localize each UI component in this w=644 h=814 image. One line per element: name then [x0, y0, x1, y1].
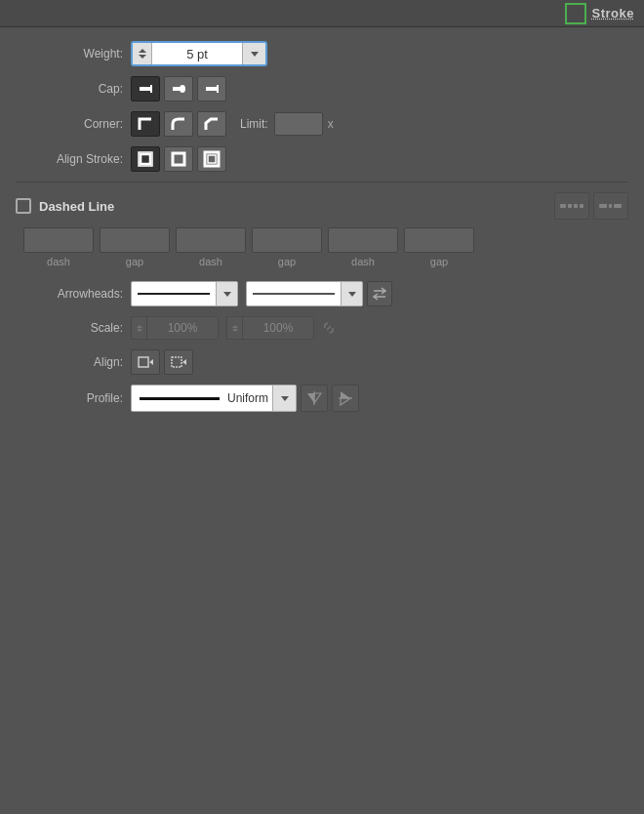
profile-flip-v-button[interactable] — [332, 385, 359, 412]
limit-label: Limit: — [240, 117, 268, 131]
flip-horizontal-icon — [306, 390, 322, 406]
corner-round-button[interactable] — [164, 111, 193, 137]
scale-value-2: 100% — [243, 321, 313, 335]
arrowhead-right-dropdown[interactable] — [246, 281, 363, 306]
profile-value: Uniform — [227, 391, 272, 405]
profile-line — [140, 397, 220, 400]
align-row: Align: — [16, 349, 628, 375]
link-broken-icon — [321, 320, 337, 336]
dashed-preset-1-button[interactable] — [554, 192, 589, 220]
cap-round-button[interactable] — [164, 76, 193, 102]
svg-marker-27 — [341, 398, 350, 405]
gap3-label: gap — [430, 256, 448, 267]
arrowhead-left-dropdown[interactable] — [131, 281, 238, 306]
link-scale-icon[interactable] — [318, 317, 340, 339]
align-stroke-inside-icon — [137, 150, 154, 168]
cap-round-icon — [170, 80, 187, 98]
scale-input-1-wrap[interactable]: 100% — [131, 316, 219, 340]
corner-miter-button[interactable] — [131, 111, 160, 137]
align-stroke-center-button[interactable] — [164, 146, 193, 172]
arrowhead-left-line — [138, 293, 210, 295]
cap-butt-button[interactable] — [131, 76, 160, 102]
chevron-down-icon — [251, 52, 259, 57]
dash1-label: dash — [47, 256, 70, 267]
svg-point-3 — [180, 85, 185, 93]
cap-row: Cap: — [16, 76, 628, 102]
svg-marker-22 — [182, 359, 186, 365]
chevron-down-icon — [348, 292, 356, 297]
scale-spinner-1[interactable] — [132, 317, 147, 339]
chevron-down-icon — [281, 396, 289, 401]
scale-down-icon-2 — [232, 329, 238, 332]
corner-round-icon — [170, 115, 187, 133]
dash3-input[interactable] — [328, 227, 398, 253]
dash2-input[interactable] — [176, 227, 246, 253]
svg-rect-5 — [217, 85, 219, 93]
dashed-preset-2-icon — [598, 199, 624, 213]
arrowheads-row: Arrowheads: — [16, 281, 628, 306]
flip-vertical-icon — [338, 390, 353, 406]
dashed-line-row: Dashed Line — [16, 192, 628, 220]
spinner-up-icon — [139, 49, 146, 53]
align-arrow-1-button[interactable] — [131, 349, 160, 375]
dashed-preset-1-icon — [559, 199, 584, 213]
weight-dropdown-arrow[interactable] — [242, 43, 265, 64]
arrowhead-right-chevron — [341, 282, 362, 305]
scale-down-icon — [137, 329, 142, 332]
svg-rect-12 — [568, 204, 572, 208]
gap3-input[interactable] — [404, 227, 474, 253]
cap-square-button[interactable] — [197, 76, 226, 102]
corner-bevel-button[interactable] — [197, 111, 226, 137]
svg-rect-8 — [173, 153, 184, 165]
profile-flip-h-button[interactable] — [301, 385, 328, 412]
spinner-down-icon — [139, 55, 146, 59]
svg-rect-11 — [560, 204, 566, 208]
svg-rect-15 — [599, 204, 607, 208]
weight-row: Weight: 5 pt — [16, 41, 628, 66]
swap-arrowheads-button[interactable] — [367, 281, 392, 306]
dashed-line-checkbox[interactable] — [16, 198, 31, 214]
top-bar: Stroke — [0, 0, 644, 27]
dashed-icons-group — [554, 192, 628, 220]
align-stroke-center-icon — [170, 150, 187, 168]
scale-spinner-2[interactable] — [227, 317, 243, 339]
weight-input-wrap[interactable]: 5 pt — [131, 41, 267, 66]
limit-input[interactable]: 10 — [274, 112, 323, 136]
align-stroke-outside-button[interactable] — [197, 146, 226, 172]
svg-rect-7 — [141, 154, 150, 164]
svg-rect-9 — [208, 155, 216, 163]
dash3-label: dash — [351, 256, 375, 267]
svg-marker-26 — [341, 391, 350, 398]
svg-marker-20 — [149, 359, 153, 365]
align-arrow-2-button[interactable] — [164, 349, 193, 375]
dashed-line-label: Dashed Line — [39, 199, 114, 214]
dashed-preset-2-button[interactable] — [593, 192, 628, 220]
align-stroke-outside-icon — [203, 150, 221, 168]
gap1-input[interactable] — [100, 227, 170, 253]
dashed-line-checkbox-wrap[interactable]: Dashed Line — [16, 198, 114, 214]
dash1-col: dash — [23, 227, 94, 267]
stroke-icon — [565, 3, 586, 24]
dash-gap-row: dash gap dash gap dash gap — [16, 227, 628, 267]
scale-label: Scale: — [16, 321, 123, 335]
svg-rect-13 — [574, 204, 578, 208]
profile-row: Profile: Uniform — [16, 385, 628, 412]
align-stroke-label: Align Stroke: — [16, 152, 123, 166]
scale-input-2-wrap[interactable]: 100% — [226, 316, 314, 340]
scale-row: Scale: 100% 100% — [16, 316, 628, 340]
weight-spinner[interactable] — [133, 43, 152, 64]
align-stroke-inside-button[interactable] — [131, 146, 160, 172]
svg-rect-17 — [614, 204, 622, 208]
dash1-input[interactable] — [23, 227, 94, 253]
corner-label: Corner: — [16, 117, 123, 131]
svg-marker-24 — [314, 393, 321, 403]
gap1-col: gap — [100, 227, 170, 267]
profile-dropdown[interactable]: Uniform — [131, 385, 297, 412]
profile-line-wrap — [132, 397, 227, 400]
gap2-input[interactable] — [252, 227, 322, 253]
corner-miter-icon — [137, 115, 154, 133]
svg-rect-0 — [140, 87, 151, 91]
cap-square-icon — [203, 80, 221, 98]
weight-value: 5 pt — [152, 47, 242, 61]
corner-bevel-icon — [203, 115, 221, 133]
